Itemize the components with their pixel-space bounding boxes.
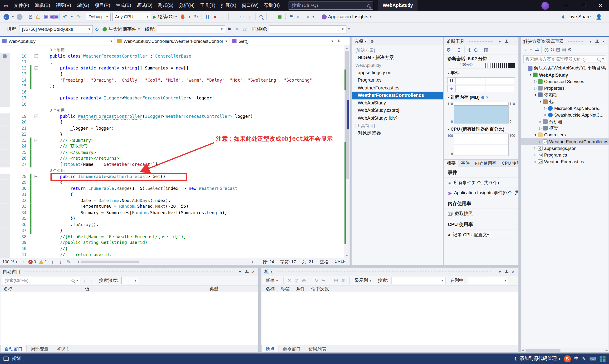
tree-expander-icon[interactable]: ▷	[538, 127, 543, 130]
tree-item[interactable]: ▷Swashbuckle.AspNetC...	[521, 112, 609, 118]
document-tab-item[interactable]: NuGet - 解决方案	[352, 54, 443, 62]
tree-item[interactable]: ▷分析器	[521, 118, 609, 125]
indicator-margin[interactable]	[0, 204, 10, 210]
window-menu-icon[interactable]: ▾	[588, 39, 593, 43]
tool-window-tab[interactable]: 命令窗口	[279, 345, 305, 352]
scroll-left-icon[interactable]: ◀	[76, 260, 80, 264]
hot-reload-dropdown-icon[interactable]: ▾	[187, 13, 192, 21]
process-select[interactable]: [35756] WebApiStudy.exe▾	[19, 25, 93, 33]
indicator-margin[interactable]	[0, 210, 10, 216]
fold-collapse-icon[interactable]: −	[34, 115, 38, 118]
save-all-icon[interactable]: ▣▣	[50, 13, 58, 21]
all-events-link[interactable]: ◈ 所有事件(0 个, 共 0 个)	[444, 178, 518, 188]
window-menu-icon[interactable]: ▾	[237, 270, 243, 274]
next-bookmark-icon[interactable]: ⇥	[303, 13, 311, 21]
previous-match-icon[interactable]: ↑	[82, 276, 87, 284]
delete-breakpoint-icon[interactable]: ✕	[286, 278, 292, 283]
warning-count[interactable]: 1	[39, 260, 47, 264]
pin-icon[interactable]	[595, 39, 599, 43]
take-snapshot-link[interactable]: 截取快照	[444, 209, 518, 219]
column-header[interactable]: 命中次数	[308, 286, 332, 291]
split-window-icon[interactable]: ⬍	[336, 37, 342, 45]
menu-item[interactable]: 调试(D)	[134, 0, 155, 11]
close-button[interactable]: ✕	[592, 0, 609, 11]
diagnostics-tab[interactable]: 事件	[458, 159, 472, 167]
pin-icon[interactable]	[505, 270, 508, 274]
tool-window-tab[interactable]: 局部变量	[27, 345, 52, 352]
indicator-margin[interactable]	[0, 240, 10, 246]
codelens-references[interactable]: 0 个引用	[50, 107, 65, 113]
break-all-icon[interactable]	[203, 13, 211, 21]
breakpoints-search-input[interactable]: ▾	[391, 277, 446, 284]
solution-horizontal-scrollbar[interactable]: ◀ ▶	[521, 348, 609, 352]
menu-item[interactable]: 帮助(H)	[261, 0, 282, 11]
document-health-icon[interactable]: ◔	[20, 258, 26, 266]
add-to-source-control-button[interactable]: ↥ 添加到源代码管理 ▴	[514, 355, 560, 362]
step-out-icon[interactable]: ↑	[246, 13, 254, 21]
maximize-button[interactable]	[575, 0, 592, 11]
zoom-select[interactable]: 100 %▾	[2, 260, 17, 264]
menu-item[interactable]: 窗口(W)	[239, 0, 261, 11]
indicator-margin[interactable]	[0, 125, 10, 131]
indicator-margin[interactable]	[0, 234, 10, 240]
tree-expander-icon[interactable]: ▷	[533, 146, 538, 150]
tree-expander-icon[interactable]: ▷	[543, 107, 548, 110]
breadcrumb-project[interactable]: WebApiStudy ▾	[0, 37, 115, 45]
hscrollbar-thumb[interactable]	[81, 260, 139, 263]
tree-expander-icon[interactable]: ▷	[533, 80, 538, 83]
home-icon[interactable]: ⌂	[528, 46, 534, 53]
ime-toolbox-icon[interactable]	[600, 356, 605, 362]
uncomment-lines-icon[interactable]: ≣	[276, 13, 284, 21]
search-options-icon[interactable]: ▾	[76, 279, 78, 282]
indicator-margin[interactable]	[0, 228, 10, 234]
continue-button[interactable]: ▶ 继续(C) ▾	[151, 12, 179, 21]
indicator-margin[interactable]	[0, 179, 10, 185]
find-in-files-icon[interactable]	[257, 13, 265, 21]
column-header[interactable]: 名称	[0, 286, 82, 292]
autos-grid-body[interactable]	[0, 292, 258, 345]
switch-views-icon[interactable]: ⇄	[534, 46, 540, 53]
indicator-margin[interactable]	[0, 197, 10, 203]
document-tab-item[interactable]: Program.cs	[352, 77, 443, 84]
quick-search-input[interactable]: 搜索 (Ctrl+Q)	[289, 2, 374, 10]
delete-all-breakpoints-icon[interactable]: ◎	[294, 278, 299, 283]
pin-icon[interactable]	[505, 39, 508, 43]
tree-expander-icon[interactable]: ▷	[538, 120, 543, 123]
step-over-icon[interactable]: ↪	[238, 13, 246, 21]
document-tab-item[interactable]: 对象浏览器	[352, 130, 443, 137]
open-file-icon[interactable]: 🗁	[35, 13, 42, 21]
new-file-icon[interactable]: 🗎	[27, 13, 35, 21]
tree-expander-icon[interactable]: ▷	[533, 87, 538, 90]
column-header[interactable]: 条件	[293, 286, 308, 291]
indicator-margin[interactable]	[0, 131, 10, 137]
show-all-files-icon[interactable]: ▤	[561, 46, 567, 53]
toggle-all-breakpoints-icon[interactable]: ◎	[301, 278, 307, 283]
tree-item[interactable]: ▷C#Program.cs	[521, 152, 609, 158]
document-tab-item[interactable]: WebApiStudy.csproj	[352, 107, 443, 115]
diagnostics-tab[interactable]: CPU 使用率	[499, 159, 518, 167]
navigate-back-icon[interactable]: ←	[2, 13, 10, 21]
solution-platform-select[interactable]: Any CPU▾	[112, 13, 151, 21]
sogou-ime-icon[interactable]: S	[564, 355, 571, 362]
export-icon[interactable]: ↥	[456, 46, 462, 54]
breakpoints-grid-body[interactable]	[261, 292, 518, 345]
navigate-forward-icon[interactable]: →	[15, 13, 23, 21]
menu-item[interactable]: 扩展(X)	[218, 0, 239, 11]
tree-item[interactable]: ▷Microsoft.AspNetCore...	[521, 105, 609, 112]
indicator-margin[interactable]	[0, 246, 10, 252]
flag-icon[interactable]: ⚑	[225, 25, 233, 33]
indicator-margin[interactable]	[0, 192, 10, 197]
code-cleanup-icon[interactable]: ✎	[66, 258, 72, 266]
ime-mode-indicator[interactable]: 中	[574, 356, 579, 362]
menu-item[interactable]: 项目(P)	[92, 0, 113, 11]
tool-window-tab[interactable]: 监视 1	[52, 345, 73, 352]
settings-gear-icon[interactable]: ⚙	[446, 46, 451, 54]
menu-item[interactable]: 分析(N)	[176, 0, 197, 11]
tree-expander-icon[interactable]: ▷	[533, 160, 538, 163]
indicator-margin[interactable]	[0, 77, 10, 83]
keyboard-icon[interactable]: ⌨	[589, 356, 596, 361]
process-refresh-icon[interactable]: ↻	[93, 25, 101, 33]
toolbar-overflow-icon[interactable]: ⋮	[510, 278, 516, 283]
indicator-margin[interactable]	[0, 161, 10, 167]
column-header[interactable]: 类型	[206, 286, 258, 292]
